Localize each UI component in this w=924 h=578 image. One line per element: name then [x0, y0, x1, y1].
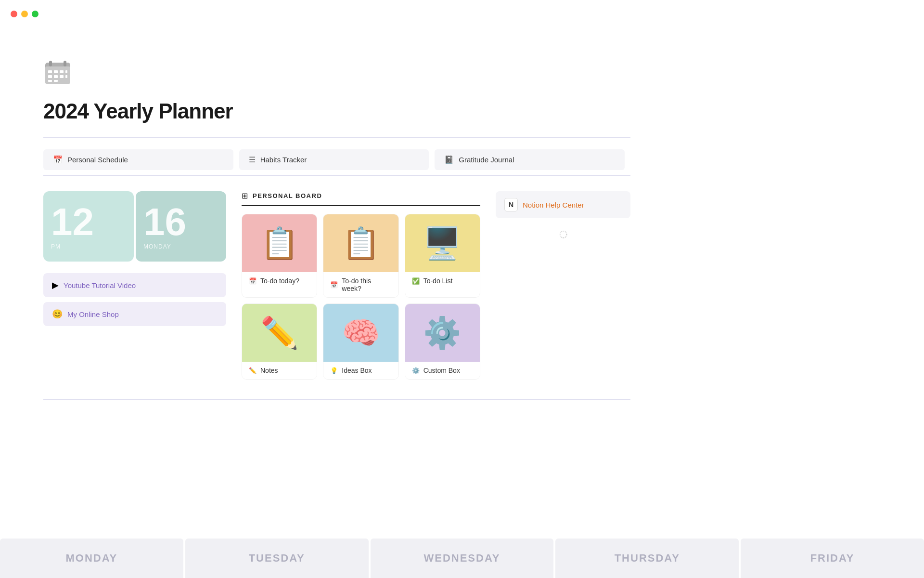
clock-widget: 12 PM 16 MONDAY — [43, 191, 226, 262]
body-section: 12 PM 16 MONDAY ▶ Youtube Tutorial Video… — [43, 191, 630, 380]
card-notes-image: ✏️ — [242, 304, 317, 362]
svg-rect-13 — [54, 80, 58, 82]
title-divider — [43, 137, 630, 138]
board-grid: 📋 📅 To-do today? 📋 📅 To-do this week? — [242, 214, 480, 380]
days-footer: MONDAY TUESDAY WEDNESDAY THURSDAY FRIDAY — [0, 539, 924, 578]
svg-rect-11 — [65, 75, 67, 78]
svg-rect-6 — [60, 70, 64, 73]
page-icon — [43, 58, 630, 92]
svg-rect-3 — [64, 61, 66, 66]
far-right-panel: N Notion Help Center ◌ — [496, 191, 630, 239]
board-header: ⊞ PERSONAL BOARD — [242, 191, 480, 206]
journal-icon: 📓 — [444, 155, 454, 164]
nav-tabs: 📅 Personal Schedule ☰ Habits Tracker 📓 G… — [43, 149, 630, 170]
card-todo-week-image: 📋 — [323, 214, 398, 272]
left-panel: 12 PM 16 MONDAY ▶ Youtube Tutorial Video… — [43, 191, 226, 331]
card-custom-image: ⚙️ — [405, 304, 480, 362]
board-grid-icon: ⊞ — [242, 191, 248, 200]
notion-help-card[interactable]: N Notion Help Center — [496, 191, 630, 218]
checklist-icon: ☰ — [249, 155, 256, 164]
svg-rect-7 — [65, 70, 67, 73]
youtube-tutorial-link[interactable]: ▶ Youtube Tutorial Video — [43, 273, 226, 297]
loading-spinner: ◌ — [496, 228, 630, 239]
notion-icon: N — [504, 198, 518, 211]
play-icon: ▶ — [52, 280, 59, 290]
card-notes[interactable]: ✏️ ✏️ Notes — [242, 303, 317, 380]
notes-icon: ✏️ — [249, 367, 257, 374]
clock-hour: 12 PM — [43, 191, 134, 262]
calendar-week-icon: 📅 — [330, 281, 338, 289]
card-todo-today-footer: 📅 To-do today? — [242, 272, 317, 289]
tab-habits-tracker[interactable]: ☰ Habits Tracker — [239, 149, 429, 170]
card-custom-box[interactable]: ⚙️ ⚙️ Custom Box — [405, 303, 480, 380]
svg-rect-12 — [48, 80, 52, 82]
tab-gratitude-journal[interactable]: 📓 Gratitude Journal — [435, 149, 625, 170]
bottom-divider — [43, 399, 630, 400]
card-custom-footer: ⚙️ Custom Box — [405, 362, 480, 379]
card-todo-today-image: 📋 — [242, 214, 317, 272]
card-ideas-image: 🧠 — [323, 304, 398, 362]
card-ideas-box[interactable]: 🧠 💡 Ideas Box — [323, 303, 398, 380]
clock-minute: 16 MONDAY — [136, 191, 226, 262]
card-todo-week[interactable]: 📋 📅 To-do this week? — [323, 214, 398, 298]
card-todo-list[interactable]: 🖥️ ✅ To-do List — [405, 214, 480, 298]
traffic-lights — [11, 11, 38, 17]
nav-divider — [43, 175, 630, 176]
svg-rect-5 — [54, 70, 58, 73]
day-tuesday[interactable]: TUESDAY — [185, 539, 369, 578]
day-wednesday[interactable]: WEDNESDAY — [371, 539, 554, 578]
calendar-small-icon: 📅 — [249, 277, 257, 285]
check-icon: ✅ — [412, 277, 420, 285]
calendar-icon: 📅 — [53, 155, 63, 164]
svg-rect-10 — [60, 75, 64, 78]
card-todo-today[interactable]: 📋 📅 To-do today? — [242, 214, 317, 298]
day-monday[interactable]: MONDAY — [0, 539, 183, 578]
my-online-shop-link[interactable]: 😊 My Online Shop — [43, 302, 226, 326]
svg-rect-8 — [48, 75, 52, 78]
lightbulb-icon: 💡 — [330, 367, 338, 374]
shop-icon: 😊 — [52, 309, 63, 319]
page-title: 2024 Yearly Planner — [43, 99, 630, 123]
gear-icon: ⚙️ — [412, 367, 420, 374]
svg-rect-9 — [54, 75, 58, 78]
svg-rect-2 — [49, 61, 52, 66]
main-content: 2024 Yearly Planner 📅 Personal Schedule … — [0, 0, 674, 400]
card-todo-week-footer: 📅 To-do this week? — [323, 272, 398, 297]
day-friday[interactable]: FRIDAY — [741, 539, 924, 578]
card-todo-list-image: 🖥️ — [405, 214, 480, 272]
card-todo-list-footer: ✅ To-do List — [405, 272, 480, 289]
personal-board-panel: ⊞ PERSONAL BOARD 📋 📅 To-do today? — [242, 191, 480, 380]
tab-personal-schedule[interactable]: 📅 Personal Schedule — [43, 149, 233, 170]
maximize-button[interactable] — [32, 11, 38, 17]
card-ideas-footer: 💡 Ideas Box — [323, 362, 398, 379]
svg-rect-4 — [48, 70, 52, 73]
day-thursday[interactable]: THURSDAY — [555, 539, 739, 578]
minimize-button[interactable] — [21, 11, 28, 17]
close-button[interactable] — [11, 11, 17, 17]
card-notes-footer: ✏️ Notes — [242, 362, 317, 379]
